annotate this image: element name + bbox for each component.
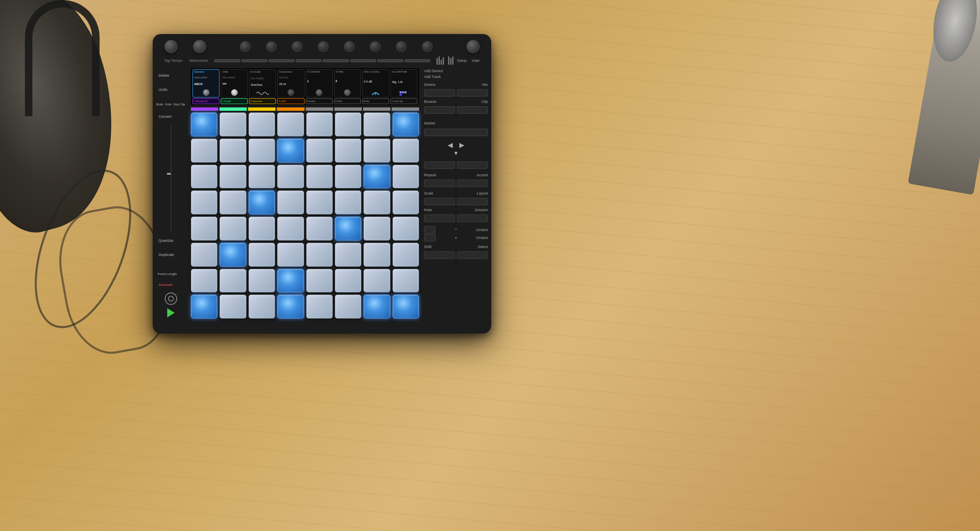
mute-label[interactable]: Mute [156,102,163,106]
pad-0-2[interactable] [249,112,275,136]
track-cell-1[interactable]: Operator OSCILLATOR ABCD [193,69,219,97]
pad-7-5[interactable] [335,295,361,319]
r-btn-3[interactable] [424,106,455,114]
pad-2-2[interactable] [249,165,275,189]
pad-5-3[interactable] [277,243,304,267]
repeat-label[interactable]: Repeat [424,173,436,177]
touch-strip-1[interactable] [214,59,240,62]
r-btn-10[interactable] [457,198,488,205]
touch-strip-3[interactable] [268,59,295,62]
pad-6-3[interactable] [277,269,304,293]
track-cell-2[interactable]: Utility OSC-A WAVE on [221,69,248,97]
touch-strip-8[interactable] [405,59,431,62]
r-btn-6[interactable] [457,161,488,169]
pad-4-2[interactable] [249,217,275,241]
track-cell-7[interactable]: OSC-A LEVEL 0.0 dB [362,69,389,97]
layout-label[interactable]: Layout [477,191,488,195]
encoder-7[interactable] [396,41,407,52]
knob-top-2[interactable] [193,40,206,53]
encoder-3[interactable] [292,41,302,52]
pad-7-0[interactable] [191,295,217,319]
encoder-2[interactable] [266,41,277,52]
pad-2-1[interactable] [219,165,246,189]
play-button[interactable] [167,308,175,317]
r-btn-shift[interactable] [424,251,455,259]
encoder-1[interactable] [240,41,251,52]
track-name-7[interactable]: B-Diy [362,98,389,104]
pad-1-5[interactable] [335,139,361,163]
pad-1-1[interactable] [219,139,246,163]
pad-2-3[interactable] [277,165,304,189]
encoder-5[interactable] [344,41,355,52]
pad-0-6[interactable] [363,112,390,136]
mix-label[interactable]: Mix [482,83,488,87]
r-btn-master[interactable] [424,129,488,136]
pad-0-4[interactable] [306,112,333,136]
track-name-4[interactable]: 4-MIDI [277,98,304,104]
pad-4-0[interactable] [191,217,217,241]
pad-3-4[interactable] [306,190,333,214]
touch-strip-4[interactable] [296,59,322,62]
track-cell-5[interactable]: A COARSE 1 [306,69,333,97]
stop-clip-label[interactable]: Stop Clip [173,103,185,106]
pad-3-5[interactable] [335,190,361,214]
pad-3-6[interactable] [363,190,390,214]
touch-strip-2[interactable] [241,59,268,62]
pad-4-7[interactable] [392,217,419,241]
pad-0-3[interactable] [277,112,304,136]
touch-strip-6[interactable] [350,59,376,62]
quantize-label[interactable]: Quantize [158,239,173,243]
pad-2-6[interactable] [363,165,390,189]
select-label[interactable]: Select [478,245,488,249]
pitch-slider-thumb[interactable] [167,173,171,175]
pad-0-7[interactable] [392,112,419,136]
r-btn-2[interactable] [457,89,488,97]
convert-label[interactable]: Convert [158,114,172,119]
pad-2-4[interactable] [306,165,333,189]
master-label[interactable]: Master [424,121,436,125]
touch-strip-5[interactable] [323,59,349,62]
pad-5-2[interactable] [249,243,275,267]
pad-6-5[interactable] [335,269,361,293]
pad-6-1[interactable] [219,269,246,293]
record-button[interactable] [165,292,177,305]
pad-0-0[interactable] [191,112,217,136]
pad-2-0[interactable] [191,165,217,189]
pad-4-3[interactable] [277,217,304,241]
note-label[interactable]: Note [424,208,432,212]
clip-label[interactable]: Clip [481,100,488,104]
pad-0-1[interactable] [219,112,246,136]
r-btn-12[interactable] [457,214,488,222]
r-btn-octave-down[interactable] [424,234,436,241]
pad-1-2[interactable] [249,139,275,163]
pad-2-5[interactable] [335,165,361,189]
pad-5-6[interactable] [363,243,390,267]
knob-top-1[interactable] [164,40,178,53]
pad-6-4[interactable] [306,269,333,293]
track-name-8[interactable]: C-Dub Diy [390,98,417,104]
pad-0-5[interactable] [335,112,361,136]
pad-6-2[interactable] [249,269,275,293]
delete-label[interactable]: Delete [158,73,169,78]
encoder-4[interactable] [318,41,329,52]
duplicate-label[interactable]: Duplicate [158,253,174,257]
metronome-label[interactable]: Metronome [189,58,208,63]
pad-6-6[interactable] [363,269,390,293]
track-cell-8[interactable]: ALGORITHM Alg. 1 Al [390,69,417,97]
r-btn-11[interactable] [424,214,455,222]
encoder-8[interactable] [422,41,433,52]
pad-5-1[interactable] [219,243,246,267]
r-btn-octave-up[interactable] [424,226,436,234]
automate-label[interactable]: Automate [158,283,173,287]
pad-3-0[interactable] [191,190,217,214]
r-btn-1[interactable] [424,89,455,97]
track-cell-6[interactable]: A FINE 0 [334,69,361,97]
accent-label[interactable]: Accent [476,173,488,177]
arrow-right-btn[interactable]: ▶ [459,141,464,149]
add-device-label[interactable]: Add Device [424,69,488,74]
track-name-1[interactable]: 1-Reverb 80 [193,98,219,104]
session-label[interactable]: Session [475,208,488,212]
r-btn-select[interactable] [457,251,488,259]
track-name-5[interactable]: 5-Audio [306,98,333,104]
r-btn-7[interactable] [424,180,455,187]
